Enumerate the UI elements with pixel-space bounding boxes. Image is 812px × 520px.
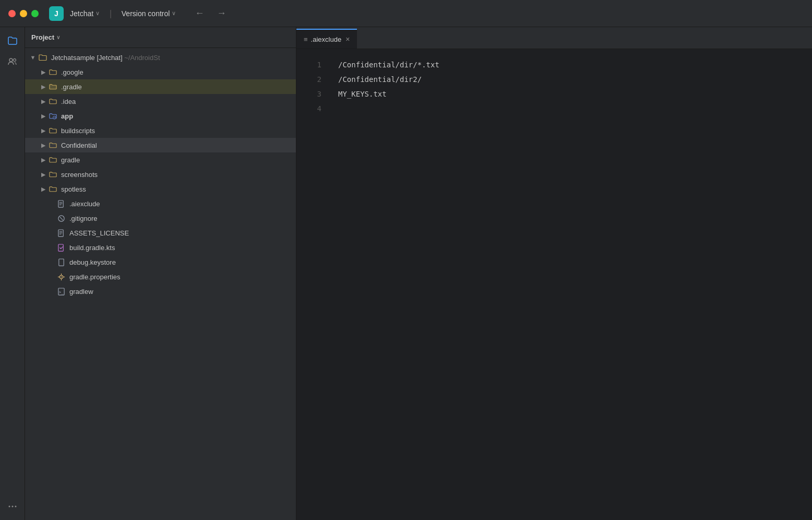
- tree-item-spotless[interactable]: ▶ spotless: [25, 182, 296, 196]
- tab-aiexclude[interactable]: ≡ .aiexclude ×: [296, 29, 357, 49]
- tree-item-gradle[interactable]: ▶ gradle: [25, 152, 296, 167]
- google-folder-icon: [49, 68, 57, 76]
- app-name-chevron-icon: ∨: [95, 10, 100, 17]
- code-line-3: MY_KEYS.txt: [338, 87, 812, 101]
- line-number-3: 3: [296, 87, 321, 101]
- tree-item-buildscripts[interactable]: ▶ buildscripts: [25, 123, 296, 138]
- line-number-1: 1: [296, 57, 321, 72]
- gradle-hidden-label: .gradle: [61, 83, 82, 91]
- screenshots-folder-icon: [49, 171, 57, 179]
- sidebar-item-people[interactable]: [3, 52, 22, 71]
- debug-keystore-file-icon: [57, 258, 65, 266]
- svg-point-1: [13, 59, 16, 62]
- tree-item-screenshots[interactable]: ▶ screenshots: [25, 167, 296, 182]
- sidebar-item-more[interactable]: [3, 497, 22, 516]
- maximize-button[interactable]: [31, 10, 39, 17]
- tab-label: .aiexclude: [311, 36, 342, 43]
- panel-title-chevron-icon: ∨: [56, 34, 60, 40]
- buildscripts-label: buildscripts: [61, 127, 95, 135]
- svg-text:>_: >_: [59, 290, 64, 294]
- version-control-dropdown[interactable]: Version control ∨: [122, 9, 176, 18]
- tree-item-debug-keystore[interactable]: debug.keystore: [25, 255, 296, 269]
- tab-close-button[interactable]: ×: [345, 35, 350, 43]
- ellipsis-icon: [7, 501, 18, 512]
- assets-license-label: ASSETS_LICENSE: [69, 229, 129, 237]
- gradle-label: gradle: [61, 156, 80, 164]
- sidebar-item-project[interactable]: [3, 31, 22, 50]
- svg-point-0: [9, 58, 13, 62]
- people-icon: [7, 56, 18, 67]
- spotless-folder-icon: [49, 185, 57, 193]
- svg-point-3: [11, 506, 13, 507]
- gradlew-file-icon: >_: [57, 288, 65, 296]
- tree-item-google[interactable]: ▶ .google: [25, 65, 296, 79]
- buildscripts-arrow: ▶: [40, 127, 47, 134]
- panel-header: Project ∨: [25, 27, 296, 48]
- svg-point-2: [8, 506, 10, 507]
- gradle-properties-file-icon: [57, 273, 65, 281]
- traffic-lights: [8, 10, 39, 17]
- line-number-4: 4: [296, 101, 321, 116]
- screenshots-label: screenshots: [61, 171, 98, 179]
- svg-point-4: [15, 506, 16, 507]
- tree-item-app[interactable]: ▶ app: [25, 109, 296, 123]
- svg-line-11: [60, 217, 63, 220]
- app-label: app: [61, 112, 73, 120]
- tree-root[interactable]: ▼ Jetchatsample [Jetchat] ~/AndroidSt: [25, 50, 296, 65]
- idea-label: .idea: [61, 98, 76, 105]
- confidential-arrow: ▶: [40, 142, 47, 149]
- gradle-properties-label: gradle.properties: [69, 273, 121, 281]
- tree-item-assets-license[interactable]: ASSETS_LICENSE: [25, 226, 296, 240]
- app-arrow: ▶: [40, 113, 47, 120]
- gradle-arrow: ▶: [40, 157, 47, 163]
- debug-keystore-label: debug.keystore: [69, 258, 116, 266]
- confidential-label: Confidential: [61, 141, 97, 149]
- app-icon: J: [49, 6, 64, 21]
- assets-license-file-icon: [57, 229, 65, 237]
- gradlew-label: gradlew: [69, 288, 93, 296]
- gradle-hidden-arrow: ▶: [40, 84, 47, 90]
- svg-point-19: [61, 276, 62, 277]
- tab-bar: ≡ .aiexclude ×: [296, 27, 812, 49]
- version-control-chevron-icon: ∨: [172, 10, 176, 17]
- panel-title[interactable]: Project ∨: [31, 33, 60, 41]
- spotless-arrow: ▶: [40, 186, 47, 193]
- tree-item-gitignore[interactable]: .gitignore: [25, 211, 296, 226]
- tree-item-idea[interactable]: ▶ .idea: [25, 94, 296, 109]
- code-line-2: /Confidential/dir2/: [338, 72, 812, 87]
- titlebar: J Jetchat ∨ | Version control ∨ ← →: [0, 0, 812, 27]
- code-line-1: /Confidential/dir/*.txt: [338, 57, 812, 72]
- tree-item-gradlew[interactable]: >_ gradlew: [25, 284, 296, 299]
- gradle-hidden-folder-icon: [49, 83, 57, 91]
- app-name-dropdown[interactable]: Jetchat ∨: [70, 9, 100, 18]
- root-expand-arrow: ▼: [29, 54, 37, 61]
- svg-rect-16: [58, 244, 63, 251]
- line-numbers: 1 2 3 4: [296, 49, 330, 520]
- build-gradle-file-icon: [57, 244, 65, 252]
- code-editor: 1 2 3 4 /Confidential/dir/*.txt /Confide…: [296, 49, 812, 520]
- gitignore-file-icon: [57, 215, 65, 222]
- code-content[interactable]: /Confidential/dir/*.txt /Confidential/di…: [330, 49, 812, 520]
- tree-item-aiexclude[interactable]: .aiexclude: [25, 196, 296, 211]
- buildscripts-folder-icon: [49, 127, 57, 135]
- gitignore-label: .gitignore: [69, 215, 97, 222]
- confidential-folder-icon: [49, 141, 57, 149]
- file-tree-panel: Project ∨ ▼ Jetchatsample [Jetchat] ~/An…: [25, 27, 296, 520]
- back-button[interactable]: ←: [190, 6, 208, 21]
- forward-button[interactable]: →: [212, 6, 230, 21]
- close-button[interactable]: [8, 10, 16, 17]
- main-layout: Project ∨ ▼ Jetchatsample [Jetchat] ~/An…: [0, 27, 812, 520]
- tree-item-gradle-hidden[interactable]: ▶ .gradle: [25, 79, 296, 94]
- tree-item-build-gradle[interactable]: build.gradle.kts: [25, 240, 296, 255]
- spotless-label: spotless: [61, 185, 86, 193]
- nav-buttons: ← →: [190, 6, 230, 21]
- idea-folder-icon: [49, 98, 57, 105]
- tree-item-gradle-properties[interactable]: gradle.properties: [25, 269, 296, 284]
- google-expand-arrow: ▶: [40, 69, 47, 76]
- build-gradle-label: build.gradle.kts: [69, 244, 115, 252]
- idea-arrow: ▶: [40, 98, 47, 105]
- file-tree: ▼ Jetchatsample [Jetchat] ~/AndroidSt ▶ …: [25, 48, 296, 520]
- tree-item-confidential[interactable]: ▶ Confidential: [25, 138, 296, 152]
- gradle-folder-icon: [49, 156, 57, 164]
- minimize-button[interactable]: [20, 10, 27, 17]
